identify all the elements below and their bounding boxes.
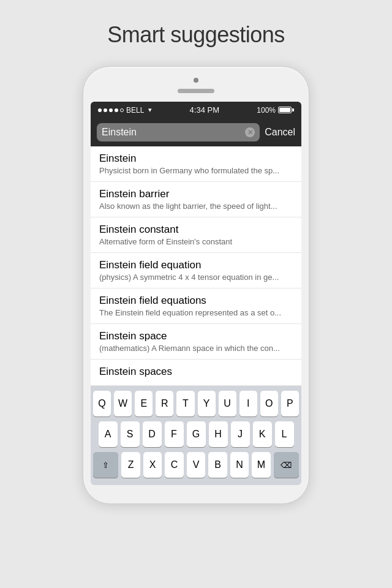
search-input-wrap[interactable]: Einstein ✕ <box>97 123 260 141</box>
list-item[interactable]: Einstein field equationsThe Einstein fie… <box>91 288 301 324</box>
list-item[interactable]: EinsteinPhysicist born in Germany who fo… <box>91 146 301 182</box>
key-W[interactable]: W <box>114 391 132 417</box>
result-title: Einstein field equation <box>99 259 293 271</box>
search-input[interactable]: Einstein <box>102 127 241 138</box>
result-title: Einstein field equations <box>99 295 293 307</box>
key-A[interactable]: A <box>99 421 118 447</box>
keyboard-row-2: ASDFGHJKL <box>93 421 299 447</box>
signal-dots <box>98 108 124 112</box>
key-Z[interactable]: Z <box>121 452 140 478</box>
key-R[interactable]: R <box>156 391 173 417</box>
key-S[interactable]: S <box>121 421 140 447</box>
result-desc: Physicist born in Germany who formulated… <box>99 166 293 175</box>
key-Y[interactable]: Y <box>198 391 216 417</box>
key-I[interactable]: I <box>239 391 257 417</box>
result-desc: The Einstein field equation represented … <box>99 308 293 317</box>
key-E[interactable]: E <box>135 391 153 417</box>
result-desc: Alternative form of Einstein's constant <box>99 237 293 246</box>
phone-screen: BELL ▾ 4:34 PM 100% Einstein ✕ Cancel <box>91 102 301 485</box>
keyboard-row-3: ⇧ZXCVBNM⌫ <box>93 452 299 478</box>
keyboard: QWERTYUIOP ASDFGHJKL ⇧ZXCVBNM⌫ <box>91 386 301 485</box>
status-time: 4:34 PM <box>190 105 219 115</box>
speaker <box>178 89 214 93</box>
list-item[interactable]: Einstein field equation(physics) A symme… <box>91 253 301 288</box>
battery-icon <box>278 107 294 113</box>
page-title: Smart suggestions <box>107 22 285 48</box>
key-N[interactable]: N <box>230 452 249 478</box>
search-bar: Einstein ✕ Cancel <box>91 118 301 146</box>
backspace-key[interactable]: ⌫ <box>274 452 299 478</box>
result-title: Einstein space <box>99 330 293 342</box>
key-O[interactable]: O <box>260 391 278 417</box>
status-bar: BELL ▾ 4:34 PM 100% <box>91 102 301 118</box>
shift-key[interactable]: ⇧ <box>93 452 118 478</box>
search-clear-button[interactable]: ✕ <box>245 127 255 137</box>
key-F[interactable]: F <box>165 421 184 447</box>
camera-dot <box>194 78 198 83</box>
list-item[interactable]: Einstein barrierAlso known as the light … <box>91 182 301 217</box>
result-desc: (physics) A symmetric 4 x 4 tensor equat… <box>99 273 293 282</box>
key-M[interactable]: M <box>252 452 270 478</box>
key-P[interactable]: P <box>281 391 299 417</box>
key-C[interactable]: C <box>165 452 183 478</box>
keyboard-row-1: QWERTYUIOP <box>93 391 299 417</box>
result-desc: Also known as the light barrier, the spe… <box>99 202 293 211</box>
list-item[interactable]: Einstein constantAlternative form of Ein… <box>91 217 301 253</box>
status-right: 100% <box>257 106 294 115</box>
key-G[interactable]: G <box>187 421 206 447</box>
key-D[interactable]: D <box>143 421 162 447</box>
key-B[interactable]: B <box>208 452 227 478</box>
result-title: Einstein <box>99 153 293 165</box>
key-Q[interactable]: Q <box>93 391 111 417</box>
battery-pct: 100% <box>257 106 276 115</box>
result-title: Einstein constant <box>99 224 293 236</box>
carrier-label: BELL <box>126 106 144 115</box>
result-title: Einstein spaces <box>99 366 293 378</box>
results-list: EinsteinPhysicist born in Germany who fo… <box>91 146 301 386</box>
cancel-button[interactable]: Cancel <box>265 127 295 138</box>
key-T[interactable]: T <box>176 391 194 417</box>
list-item[interactable]: Einstein space(mathematics) A Riemann sp… <box>91 324 301 360</box>
key-U[interactable]: U <box>219 391 236 417</box>
key-L[interactable]: L <box>275 421 294 447</box>
status-left: BELL ▾ <box>98 106 152 115</box>
key-J[interactable]: J <box>231 421 250 447</box>
result-title: Einstein barrier <box>99 188 293 200</box>
key-X[interactable]: X <box>143 452 162 478</box>
list-item[interactable]: Einstein spaces <box>91 360 301 386</box>
phone-mockup: BELL ▾ 4:34 PM 100% Einstein ✕ Cancel <box>83 66 309 504</box>
key-H[interactable]: H <box>209 421 228 447</box>
wifi-icon: ▾ <box>148 106 152 114</box>
key-K[interactable]: K <box>253 421 272 447</box>
key-V[interactable]: V <box>187 452 205 478</box>
result-desc: (mathematics) A Riemann space in which t… <box>99 344 293 353</box>
